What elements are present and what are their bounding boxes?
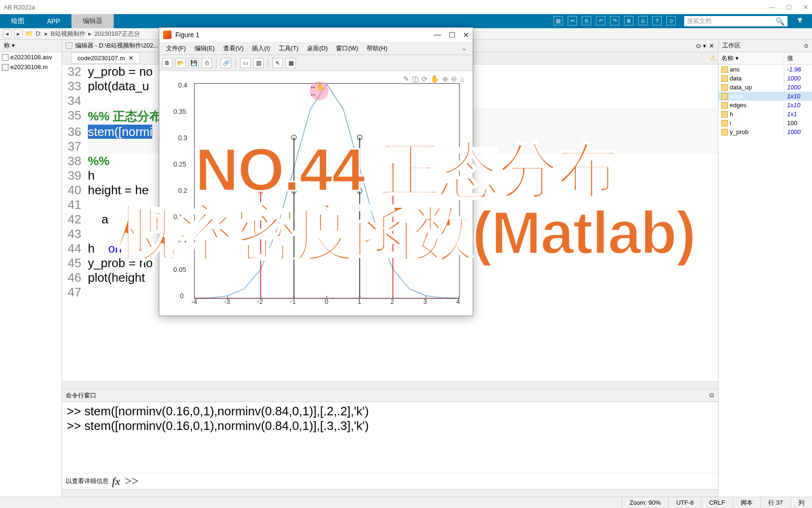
fx-icon[interactable]: fx: [112, 475, 125, 488]
workspace-var[interactable]: h1x1: [718, 110, 812, 119]
workspace-value-column[interactable]: 值: [784, 52, 812, 64]
close-icon[interactable]: ✕: [803, 4, 808, 11]
pan-icon[interactable]: ✋: [430, 75, 439, 83]
status-filetype: 脚本: [733, 497, 760, 508]
zoomin-icon[interactable]: ⊕: [442, 75, 448, 83]
menu-edit[interactable]: 编辑(E): [191, 44, 219, 53]
cut-icon[interactable]: ✂: [568, 16, 577, 25]
status-encoding[interactable]: UTF-8: [668, 497, 701, 508]
open-icon[interactable]: 📂: [175, 58, 186, 68]
workspace-var[interactable]: y_prob1000: [718, 127, 812, 136]
breadcrumb-drive[interactable]: D:: [36, 30, 42, 37]
maximize-icon[interactable]: ☐: [449, 31, 455, 40]
workspace-var[interactable]: data_up1000: [718, 83, 812, 92]
editor-tab[interactable]: code20230107.m ✕: [71, 52, 140, 64]
nav-back-icon[interactable]: ◄: [3, 30, 11, 38]
figure-titlebar[interactable]: Figure 1 — ☐ ✕: [159, 28, 473, 42]
menu-file[interactable]: 文件(F): [162, 44, 190, 53]
panel-options-icon[interactable]: ⊙: [709, 391, 714, 400]
copy-icon[interactable]: ⎘: [582, 16, 591, 25]
undo-icon[interactable]: ↶: [596, 16, 605, 25]
workspace-name-column[interactable]: 名称 ▾: [718, 52, 784, 64]
pointer-icon[interactable]: ↖: [273, 58, 283, 68]
tab-plot[interactable]: 绘图: [0, 14, 36, 28]
nav-fwd-icon[interactable]: ►: [14, 30, 23, 38]
breadcrumb-part[interactable]: B站视频制作: [51, 30, 86, 38]
status-zoom[interactable]: Zoom: 90%: [622, 497, 668, 508]
current-folder-panel: 称 ▾ e20230108.asv e20230108.m: [0, 40, 62, 497]
colorbar-icon[interactable]: ▥: [253, 58, 264, 68]
menu-tools[interactable]: 工具(T): [275, 44, 303, 53]
panel-options-icon[interactable]: ⊙: [804, 43, 808, 49]
folder-icon[interactable]: 📁: [25, 30, 33, 37]
doc-icon[interactable]: 🗎: [624, 16, 633, 25]
zoomout-icon[interactable]: ⊖: [451, 75, 457, 83]
tab-app[interactable]: APP: [36, 14, 71, 28]
menu-desktop[interactable]: 桌面(D): [303, 44, 331, 53]
ribbon: 绘图 APP 编辑器 ▧ ✂ ⎘ ↶ ↷ 🗎 ⎙ ? ⊙ 搜索文档 🔍 ▼: [0, 14, 812, 28]
workspace-var[interactable]: data1000: [718, 74, 812, 83]
editor-icon: [66, 42, 72, 49]
tab-editor[interactable]: 编辑器: [71, 14, 114, 28]
workspace-var[interactable]: edges1x10: [718, 101, 812, 110]
home-icon[interactable]: ⌂: [460, 75, 464, 83]
figure-canvas[interactable]: ✎ ◫ ⟳ ✋ ⊕ ⊖ ⌂: [159, 71, 473, 316]
help-icon[interactable]: ?: [652, 16, 662, 25]
search-docs-input[interactable]: 搜索文档 🔍: [684, 16, 788, 26]
plot-axes[interactable]: [194, 83, 460, 299]
search-icon[interactable]: 🔍: [775, 17, 785, 26]
command-scrollbar[interactable]: [62, 489, 718, 497]
redo-icon[interactable]: ↷: [610, 16, 619, 25]
app-titlebar: AB R2022a — ☐ ✕: [0, 0, 812, 14]
status-bar: Zoom: 90% UTF-8 CRLF 脚本 行 37 列: [0, 497, 812, 508]
file-icon: [2, 54, 8, 61]
command-window[interactable]: >> stem([norminv(0.16,0,1),norminv(0.84,…: [62, 402, 718, 473]
command-prompt[interactable]: >>: [125, 474, 139, 488]
menu-window[interactable]: 窗口(W): [332, 44, 362, 53]
workspace-var[interactable]: i100: [718, 119, 812, 127]
close-icon[interactable]: ✕: [463, 31, 469, 40]
figure-window[interactable]: Figure 1 — ☐ ✕ 文件(F) 编辑(E) 查看(V) 插入(I) 工…: [159, 27, 473, 316]
command-window-header: 命令行窗口 ⊙: [62, 389, 718, 402]
file-item[interactable]: e20230108.m: [0, 62, 62, 72]
command-hint: 以查看详细信息: [66, 477, 109, 485]
insert-icon[interactable]: ▭: [240, 58, 250, 68]
breadcrumb-part[interactable]: 20230107正态分: [94, 30, 140, 38]
matlab-logo-icon: [163, 31, 172, 39]
minimize-icon[interactable]: —: [769, 4, 775, 11]
editor-scrollbar[interactable]: [62, 381, 718, 389]
grid-icon[interactable]: ▦: [286, 58, 296, 68]
toolbar-icon[interactable]: ▧: [554, 16, 563, 25]
tab-close-icon[interactable]: ✕: [128, 55, 133, 62]
panel-close-icon[interactable]: ✕: [709, 42, 714, 49]
menu-help[interactable]: 帮助(H): [363, 44, 391, 53]
workspace-var[interactable]: ans-1.96: [718, 65, 812, 74]
workspace-var[interactable]: edge1x10: [718, 92, 812, 101]
minimize-icon[interactable]: —: [434, 31, 441, 40]
datatips-icon[interactable]: ◫: [412, 75, 419, 83]
figure-menu: 文件(F) 编辑(E) 查看(V) 插入(I) 工具(T) 桌面(D) 窗口(W…: [159, 42, 473, 55]
print-icon[interactable]: ⎙: [202, 58, 212, 68]
link-icon[interactable]: 🔗: [221, 58, 231, 68]
panel-options-icon[interactable]: ⊙ ▾: [696, 42, 706, 49]
warning-icon[interactable]: ⚠: [708, 52, 718, 64]
status-col: 列: [790, 497, 812, 508]
save-icon[interactable]: 💾: [188, 58, 199, 68]
menu-insert[interactable]: 插入(I): [248, 44, 273, 53]
file-icon: [2, 64, 8, 71]
rotate-icon[interactable]: ⟳: [422, 75, 428, 83]
menu-view[interactable]: 查看(V): [219, 44, 247, 53]
maximize-icon[interactable]: ☐: [786, 4, 792, 11]
brush-icon[interactable]: ✎: [403, 75, 409, 83]
print-icon[interactable]: ⎙: [638, 16, 648, 25]
status-eol[interactable]: CRLF: [701, 497, 733, 508]
more-icon[interactable]: ⊙: [666, 16, 676, 25]
cursor-highlight: ↔✋↔: [310, 81, 328, 100]
file-item[interactable]: e20230108.asv: [0, 52, 62, 62]
ribbon-dropdown-icon[interactable]: ▼: [792, 16, 807, 26]
new-icon[interactable]: 🗎: [162, 58, 172, 68]
workspace-header: 工作区 ⊙: [718, 40, 812, 52]
status-line: 行 37: [760, 497, 790, 508]
app-title: AB R2022a: [4, 4, 35, 11]
menu-corner-icon[interactable]: ⌵: [459, 45, 470, 52]
